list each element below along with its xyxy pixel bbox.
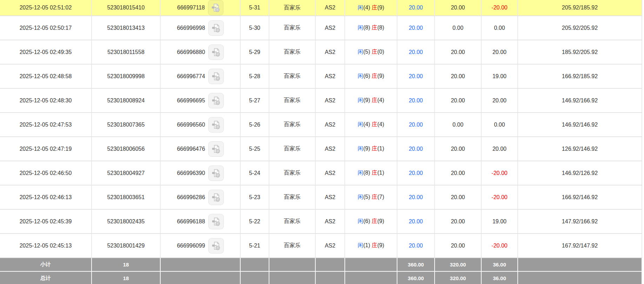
bet-time: 2025-12-05 02:51:02 bbox=[0, 0, 92, 16]
summary-count: 18 bbox=[92, 258, 160, 271]
bet-row[interactable]: 2025-12-05 02:49:35523018011558666996880… bbox=[0, 40, 642, 64]
bet-id: 523018008924 bbox=[92, 88, 160, 113]
round-number: 5-22 bbox=[240, 209, 269, 234]
valid-bet-amount: 0.00 bbox=[435, 16, 481, 40]
summary-bet-total: 360.00 bbox=[397, 271, 435, 284]
round-id-with-replay: 666996880 bbox=[177, 45, 223, 60]
video-replay-button[interactable] bbox=[208, 165, 224, 181]
video-replay-button[interactable] bbox=[208, 0, 223, 15]
summary-empty-cell bbox=[160, 258, 240, 271]
bet-row[interactable]: 2025-12-05 02:46:50523018004927666996390… bbox=[0, 161, 642, 185]
round-id-cell: 666996390 bbox=[160, 161, 240, 185]
win-loss-amount: -20.00 bbox=[481, 234, 518, 258]
video-replay-button[interactable] bbox=[208, 190, 224, 205]
balance-before-after: 205.92/205.92 bbox=[518, 16, 642, 40]
game-result: 闲(1) 庄(9) bbox=[345, 234, 397, 258]
round-id-with-replay: 666996774 bbox=[177, 69, 223, 84]
bet-id: 523018001429 bbox=[92, 234, 160, 258]
bet-row[interactable]: 2025-12-05 02:48:30523018008924666996695… bbox=[0, 88, 642, 113]
valid-bet-amount: 20.00 bbox=[435, 209, 481, 234]
bet-row[interactable]: 2025-12-05 02:45:39523018002435666996188… bbox=[0, 209, 642, 234]
valid-bet-amount: 20.00 bbox=[435, 161, 481, 185]
video-replay-button[interactable] bbox=[208, 45, 224, 60]
bet-amount: 20.00 bbox=[397, 137, 435, 161]
balance-before-after: 146.92/166.92 bbox=[518, 88, 642, 113]
win-loss-amount: 19.00 bbox=[481, 64, 518, 88]
win-loss-amount: -20.00 bbox=[481, 0, 518, 16]
bet-history-table: 2025-12-05 02:51:02523018015410666997118… bbox=[0, 0, 642, 284]
win-loss-amount: 0.00 bbox=[481, 16, 518, 40]
win-loss-amount: -20.00 bbox=[481, 185, 518, 209]
video-replay-button[interactable] bbox=[208, 117, 224, 133]
summary-empty-cell bbox=[345, 258, 397, 271]
bet-id: 523018006056 bbox=[92, 137, 160, 161]
round-id-cell: 666997118 bbox=[160, 0, 240, 16]
video-replay-icon bbox=[211, 23, 221, 33]
video-replay-button[interactable] bbox=[208, 141, 224, 157]
summary-empty-cell bbox=[315, 258, 345, 271]
bet-row[interactable]: 2025-12-05 02:45:13523018001429666996099… bbox=[0, 234, 642, 258]
bet-time: 2025-12-05 02:45:13 bbox=[0, 234, 92, 258]
summary-label: 小计 bbox=[0, 258, 92, 271]
video-replay-button[interactable] bbox=[208, 93, 224, 108]
bet-id: 523018009998 bbox=[92, 64, 160, 88]
round-id-with-replay: 666996099 bbox=[177, 238, 223, 253]
bet-time: 2025-12-05 02:47:53 bbox=[0, 113, 92, 137]
game-result: 闲(6) 庄(9) bbox=[345, 209, 397, 234]
bet-time: 2025-12-05 02:48:58 bbox=[0, 64, 92, 88]
video-replay-button[interactable] bbox=[208, 214, 224, 229]
bet-amount: 20.00 bbox=[397, 16, 435, 40]
video-replay-button[interactable] bbox=[208, 69, 224, 84]
round-id-cell: 666996774 bbox=[160, 64, 240, 88]
round-number: 5-31 bbox=[240, 0, 269, 16]
valid-bet-amount: 20.00 bbox=[435, 64, 481, 88]
bet-row[interactable]: 2025-12-05 02:46:13523018003651666996286… bbox=[0, 185, 642, 209]
summary-valid-total: 320.00 bbox=[435, 258, 481, 271]
bet-id: 523018013413 bbox=[92, 16, 160, 40]
summary-empty-cell bbox=[345, 271, 397, 284]
bet-row[interactable]: 2025-12-05 02:51:02523018015410666997118… bbox=[0, 0, 642, 16]
round-id-cell: 666996560 bbox=[160, 113, 240, 137]
game-type: 百家乐 bbox=[269, 137, 315, 161]
balance-before-after: 166.92/185.92 bbox=[518, 64, 642, 88]
balance-before-after: 205.92/185.92 bbox=[518, 0, 642, 16]
balance-before-after: 167.92/147.92 bbox=[518, 234, 642, 258]
summary-empty-cell bbox=[518, 258, 642, 271]
banker-label: 庄 bbox=[372, 25, 377, 31]
subtotal-row: 小计18360.00320.0036.00 bbox=[0, 258, 642, 271]
game-result: 闲(4) 庄(4) bbox=[345, 113, 397, 137]
game-result: 闲(8) 庄(8) bbox=[345, 16, 397, 40]
player-score: (8) bbox=[363, 25, 370, 31]
round-number: 5-21 bbox=[240, 234, 269, 258]
round-number: 5-24 bbox=[240, 161, 269, 185]
bet-time: 2025-12-05 02:46:13 bbox=[0, 185, 92, 209]
valid-bet-amount: 0.00 bbox=[435, 113, 481, 137]
player-score: (6) bbox=[363, 218, 370, 224]
round-id-with-replay: 666996560 bbox=[177, 117, 223, 133]
player-label: 闲 bbox=[358, 5, 363, 11]
bet-row[interactable]: 2025-12-05 02:50:17523018013413666996998… bbox=[0, 16, 642, 40]
player-label: 闲 bbox=[358, 170, 363, 176]
round-id-cell: 666996998 bbox=[160, 16, 240, 40]
bet-amount: 20.00 bbox=[397, 40, 435, 64]
round-id-cell: 666996476 bbox=[160, 137, 240, 161]
round-id-cell: 666996099 bbox=[160, 234, 240, 258]
banker-label: 庄 bbox=[372, 242, 377, 248]
table-code: AS2 bbox=[315, 64, 345, 88]
video-replay-button[interactable] bbox=[208, 238, 224, 253]
game-type: 百家乐 bbox=[269, 234, 315, 258]
win-loss-amount: 20.00 bbox=[481, 40, 518, 64]
game-result: 闲(5) 庄(7) bbox=[345, 185, 397, 209]
summary-empty-cell bbox=[315, 271, 345, 284]
table-code: AS2 bbox=[315, 137, 345, 161]
banker-label: 庄 bbox=[372, 194, 377, 200]
win-loss-amount: -20.00 bbox=[481, 161, 518, 185]
bet-row[interactable]: 2025-12-05 02:47:53523018007365666996560… bbox=[0, 113, 642, 137]
win-loss-amount: 0.00 bbox=[481, 113, 518, 137]
video-replay-icon bbox=[211, 95, 221, 106]
bet-row[interactable]: 2025-12-05 02:48:58523018009998666996774… bbox=[0, 64, 642, 88]
video-replay-button[interactable] bbox=[208, 20, 224, 36]
round-id-cell: 666996188 bbox=[160, 209, 240, 234]
bet-row[interactable]: 2025-12-05 02:47:19523018006056666996476… bbox=[0, 137, 642, 161]
player-label: 闲 bbox=[358, 218, 363, 224]
